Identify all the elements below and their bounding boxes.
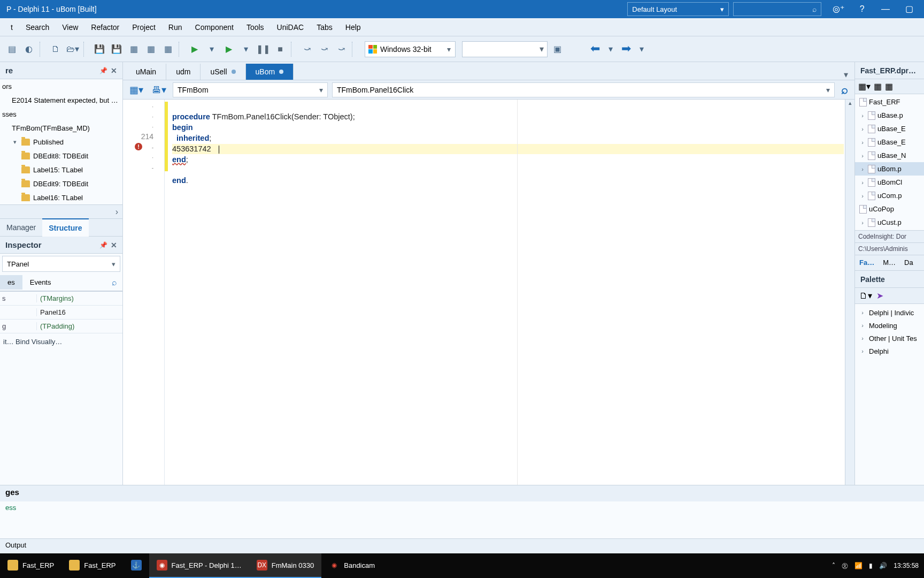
pin-icon[interactable]: 📌 xyxy=(96,67,111,74)
property-row[interactable]: s (TMargins) xyxy=(0,292,122,306)
volume-icon[interactable]: 🔊 xyxy=(879,562,887,569)
messages-category[interactable]: ess xyxy=(0,501,924,514)
class-combo[interactable]: TFmBom▾ xyxy=(173,82,328,97)
tree-row-member[interactable]: DBEdit9: TDBEdit xyxy=(0,177,122,191)
menu-item[interactable]: Help xyxy=(339,20,367,35)
nav-back-button[interactable]: ⬅ xyxy=(588,42,602,57)
palette-group[interactable]: ›Modeling xyxy=(855,319,924,332)
toolbar-button[interactable]: ▦ xyxy=(143,42,158,57)
tab-properties[interactable]: es xyxy=(0,275,22,290)
close-icon[interactable]: ✕ xyxy=(111,66,117,75)
search-icon[interactable]: ⌕ xyxy=(839,83,850,97)
nav-fwd-dropdown[interactable]: ▾ xyxy=(634,42,649,57)
tab-events[interactable]: Events xyxy=(22,275,59,290)
step-icon[interactable]: ⤻ xyxy=(334,42,349,57)
project-file[interactable]: ›uCust.p xyxy=(855,216,924,229)
tree-row-class[interactable]: TFmBom(TFmBase_MD) xyxy=(0,121,122,135)
task-item[interactable]: Fast_ERP xyxy=(0,553,61,578)
project-file[interactable]: ›uBase_E xyxy=(855,135,924,149)
toolbar-icon[interactable]: ▦ xyxy=(874,81,882,92)
run-dropdown-2[interactable]: ▾ xyxy=(238,42,253,57)
tab-manager[interactable]: Manager xyxy=(0,219,42,236)
editor-tab-active[interactable]: uBom xyxy=(246,64,294,80)
code-content[interactable]: procedure TFmBom.Panel16Click(Sender: TO… xyxy=(165,100,845,524)
property-row[interactable]: g (TPadding) xyxy=(0,320,122,333)
ime-icon[interactable]: ㉆ xyxy=(842,561,848,571)
task-item[interactable]: ◉Bandicam xyxy=(321,553,382,578)
tree-row[interactable]: sses xyxy=(0,107,122,121)
menu-item[interactable]: Component xyxy=(189,20,240,35)
save-icon[interactable]: 💾 xyxy=(92,42,107,57)
tree-row-member[interactable]: Label16: TLabel xyxy=(0,191,122,204)
right-tab[interactable]: M… xyxy=(879,255,900,270)
menu-item[interactable]: Run xyxy=(162,20,189,35)
minimize-button[interactable]: — xyxy=(875,1,896,17)
help-button[interactable]: ? xyxy=(851,1,873,17)
wifi-icon[interactable]: 📶 xyxy=(854,562,863,569)
messages-output-tab[interactable]: Output xyxy=(0,538,924,553)
editor-tab[interactable]: udm xyxy=(166,64,201,80)
tree-row[interactable]: ors xyxy=(0,79,122,93)
step-icon[interactable]: ⤻ xyxy=(317,42,332,57)
menu-item[interactable]: Search xyxy=(19,20,56,35)
inspector-component-combo[interactable]: TPanel ▾ xyxy=(2,256,120,272)
nav-fwd-button[interactable]: ➡ xyxy=(619,42,633,57)
menu-item[interactable]: Refactor xyxy=(84,20,126,35)
property-row[interactable]: Panel16 xyxy=(0,306,122,320)
project-file-selected[interactable]: ›uBom.p xyxy=(855,162,924,176)
menu-item[interactable]: Project xyxy=(126,20,162,35)
palette-group[interactable]: ›Delphi xyxy=(855,345,924,358)
step-icon[interactable]: ⤻ xyxy=(299,42,314,57)
battery-icon[interactable]: ▮ xyxy=(869,562,873,569)
tabs-dropdown-icon[interactable]: ▾ xyxy=(837,70,854,80)
open-file-icon[interactable]: 🗁▾ xyxy=(65,42,80,57)
pointer-icon[interactable]: ➤ xyxy=(876,291,883,301)
chevron-right-icon[interactable]: › xyxy=(116,207,118,217)
run-button[interactable]: ▶ xyxy=(187,42,202,57)
run-without-debug-button[interactable]: ▶ xyxy=(221,42,236,57)
toolbar-icon[interactable]: 🖶▾ xyxy=(150,84,168,96)
task-item-active[interactable]: ◉Fast_ERP - Delphi 1… xyxy=(149,553,249,578)
menu-item[interactable]: Tools xyxy=(240,20,271,35)
project-file[interactable]: uCoPop xyxy=(855,202,924,216)
task-item-active[interactable]: DXFmMain 0330 xyxy=(249,553,321,578)
tree-row-error[interactable]: E2014 Statement expected, but … xyxy=(0,93,122,107)
palette-group[interactable]: ›Other | Unit Tes xyxy=(855,332,924,345)
toolbar-button[interactable]: ▦ xyxy=(160,42,175,57)
toolbar-icon[interactable]: ▦ xyxy=(885,81,893,92)
method-combo[interactable]: TFmBom.Panel16Click▾ xyxy=(332,82,835,97)
tree-row[interactable]: ▾Published xyxy=(0,135,122,149)
search-icon[interactable]: ⌕ xyxy=(112,278,122,287)
toolbar-icon[interactable]: 🗋▾ xyxy=(859,291,872,301)
palette-group[interactable]: ›Delphi | Indivic xyxy=(855,306,924,319)
code-editor[interactable]: · · · 214 - · - procedure TFmBom.Panel16… xyxy=(123,100,854,524)
nav-back-dropdown[interactable]: ▾ xyxy=(603,42,618,57)
tab-structure[interactable]: Structure xyxy=(42,218,88,237)
project-file[interactable]: Fast_ERF xyxy=(855,95,924,109)
vertical-scrollbar[interactable]: ▴▾ xyxy=(845,100,854,524)
close-icon[interactable]: ✕ xyxy=(111,241,117,249)
right-tab[interactable]: Fa… xyxy=(855,255,879,270)
project-file[interactable]: ›uBase.p xyxy=(855,109,924,122)
toolbar-icon[interactable]: ▦▾ xyxy=(127,84,145,96)
editor-tab[interactable]: uSell xyxy=(201,64,245,80)
task-item[interactable]: Fast_ERP xyxy=(61,553,123,578)
stop-button[interactable]: ■ xyxy=(273,42,288,57)
editor-tab[interactable]: uMain xyxy=(126,64,166,80)
ide-search-input[interactable]: ⌕ xyxy=(733,2,821,16)
maximize-button[interactable]: ▢ xyxy=(898,1,920,17)
task-item[interactable]: ⚓ xyxy=(124,553,149,578)
menu-item[interactable]: View xyxy=(56,20,84,35)
run-dropdown[interactable]: ▾ xyxy=(204,42,219,57)
pause-button[interactable]: ❚❚ xyxy=(256,42,271,57)
toolbar-button[interactable]: ▣ xyxy=(550,42,565,57)
tray-overflow-icon[interactable]: ˄ xyxy=(832,562,835,569)
inspector-links[interactable]: it… Bind Visually… xyxy=(0,333,122,350)
layout-combo[interactable]: Default Layout ▾ xyxy=(627,2,729,16)
right-tab[interactable]: Da xyxy=(900,255,918,270)
menu-item[interactable]: t xyxy=(4,20,19,35)
new-file-icon[interactable]: 🗋 xyxy=(48,42,63,57)
project-file[interactable]: ›uBase_E xyxy=(855,122,924,135)
device-combo[interactable]: ▾ xyxy=(462,41,548,57)
project-file[interactable]: ›uCom.p xyxy=(855,189,924,202)
